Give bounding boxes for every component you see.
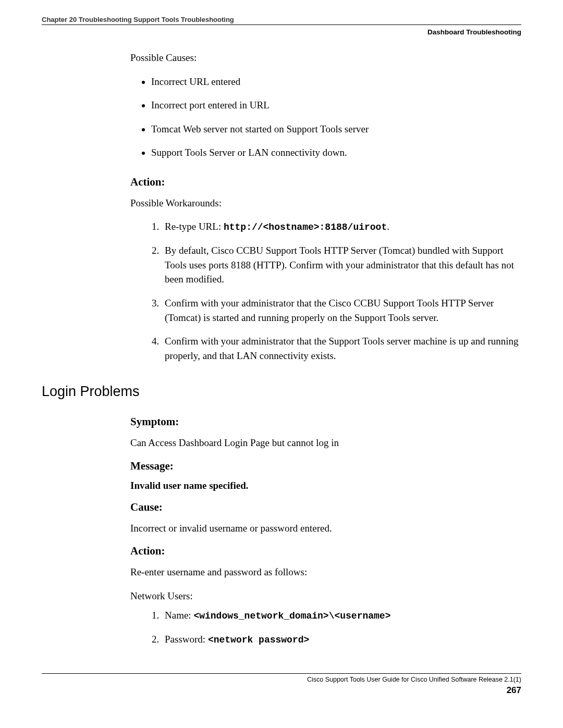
cause-heading: Cause: [130,501,521,514]
action-heading-2: Action: [130,545,521,558]
running-header-left: Chapter 20 Troubleshooting Support Tools… [42,16,521,23]
network-users-list: Name: <windows_network_domain>\<username… [130,608,521,647]
action-heading: Action: [130,176,521,189]
running-header-right: Dashboard Troubleshooting [42,28,521,36]
body-block-1: Possible Causes: Incorrect URL entered I… [130,51,521,363]
workaround-item: Confirm with your administrator that the… [162,334,521,363]
network-user-item: Password: <network password> [162,632,521,647]
cause-item: Tomcat Web server not started on Support… [151,122,521,137]
cause-text: Incorrect or invalid username or passwor… [130,521,521,536]
possible-causes-label: Possible Causes: [130,51,521,65]
name-code: <windows_network_domain>\<username> [193,611,390,621]
cause-item: Incorrect port entered in URL [151,98,521,113]
message-heading: Message: [130,460,521,473]
page-number: 267 [42,685,521,696]
action-text: Re-enter username and password as follow… [130,565,521,579]
footer-doc-title: Cisco Support Tools User Guide for Cisco… [42,676,521,683]
page: Chapter 20 Troubleshooting Support Tools… [0,0,563,717]
message-text: Invalid user name specified. [130,480,521,491]
workaround-item: Confirm with your administrator that the… [162,296,521,325]
workaround-item: By default, Cisco CCBU Support Tools HTT… [162,243,521,287]
password-prefix: Password: [165,634,208,645]
workaround-item: Re-type URL: http://<hostname>:8188/uiro… [162,219,521,234]
causes-list: Incorrect URL entered Incorrect port ent… [130,75,521,160]
network-user-item: Name: <windows_network_domain>\<username… [162,608,521,623]
network-users-label: Network Users: [130,589,521,603]
body-block-2: Symptom: Can Access Dashboard Login Page… [130,415,521,647]
header-rule [42,24,521,25]
section-title-login-problems: Login Problems [42,384,521,400]
url-code: http://<hostname>:8188/uiroot [224,222,387,232]
cause-item: Support Tools Server or LAN connectivity… [151,145,521,160]
workaround-text: Re-type URL: [165,221,224,232]
workaround-suffix: . [387,221,389,232]
workarounds-list: Re-type URL: http://<hostname>:8188/uiro… [130,219,521,363]
cause-item: Incorrect URL entered [151,75,521,89]
possible-workarounds-label: Possible Workarounds: [130,196,521,211]
footer-rule [42,673,521,674]
symptom-text: Can Access Dashboard Login Page but cann… [130,436,521,450]
password-code: <network password> [208,635,309,645]
name-prefix: Name: [165,610,193,621]
symptom-heading: Symptom: [130,415,521,428]
